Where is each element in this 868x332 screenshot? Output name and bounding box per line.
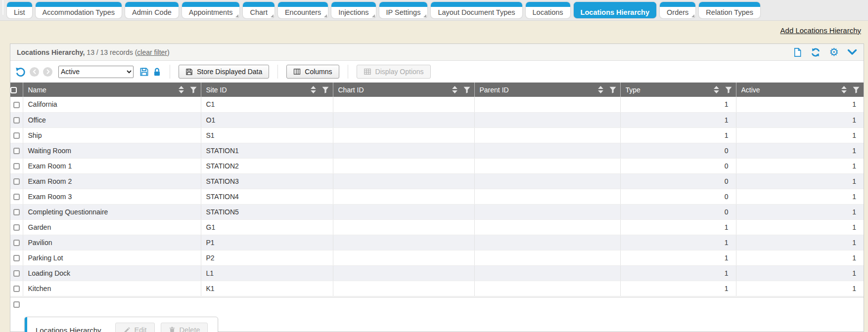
filter-funnel-icon[interactable] [463, 86, 470, 93]
filter-funnel-icon[interactable] [322, 86, 329, 93]
tab-chart[interactable]: Chart [243, 2, 274, 18]
store-displayed-data-button[interactable]: Store Displayed Data [179, 65, 269, 79]
row-checkbox[interactable] [13, 163, 20, 169]
tab-ip-settings[interactable]: IP Settings [379, 2, 428, 18]
tab-fold-icon [372, 14, 375, 17]
column-header-active[interactable]: Active [736, 83, 864, 97]
sort-icon[interactable] [179, 86, 184, 93]
tab-relation-types[interactable]: Relation Types [699, 2, 760, 18]
row-checkbox[interactable] [13, 240, 20, 246]
columns-button[interactable]: Columns [286, 65, 339, 79]
row-checkbox[interactable] [13, 194, 20, 200]
cell-parent-id [474, 97, 620, 112]
cell-type: 0 [620, 173, 736, 189]
delete-button[interactable]: Delete [161, 323, 208, 332]
cell-active: 1 [736, 112, 864, 127]
sort-icon[interactable] [841, 86, 847, 93]
cell-type: 1 [620, 219, 736, 235]
lock-icon[interactable] [153, 67, 161, 77]
tab-orders[interactable]: Orders [660, 2, 695, 18]
cell-chart-id [333, 265, 474, 281]
column-header-chart-id[interactable]: Chart ID [333, 83, 474, 97]
undo-icon[interactable] [15, 67, 26, 77]
column-header-site-id[interactable]: Site ID [201, 83, 333, 97]
store-button-label: Store Displayed Data [197, 68, 262, 76]
clear-filter-link[interactable]: clear filter [137, 48, 167, 56]
row-checkbox-cell [10, 250, 23, 265]
row-checkbox[interactable] [13, 255, 20, 261]
row-checkbox[interactable] [13, 224, 20, 231]
delete-button-label: Delete [180, 326, 200, 332]
select-all-checkbox[interactable] [10, 87, 17, 93]
cell-name: Exam Room 3 [23, 189, 201, 204]
table-row: Loading DockL111 [10, 265, 864, 281]
filter-funnel-icon[interactable] [853, 86, 860, 93]
row-checkbox[interactable] [13, 117, 20, 124]
row-checkbox-cell [10, 143, 23, 158]
row-checkbox[interactable] [13, 148, 20, 154]
edit-button[interactable]: Edit [115, 323, 155, 332]
row-checkbox[interactable] [13, 286, 20, 292]
row-checkbox[interactable] [13, 209, 20, 215]
footer-select-all-checkbox[interactable] [13, 301, 20, 308]
table-row: GardenG111 [10, 219, 864, 235]
tab-label: List [7, 7, 32, 18]
cell-site-id: STATION3 [201, 173, 333, 189]
saved-filter-select[interactable]: Active [58, 66, 134, 78]
sort-icon[interactable] [311, 86, 316, 93]
tab-label: IP Settings [379, 7, 428, 18]
page-next-button[interactable] [43, 67, 52, 77]
row-checkbox-cell [10, 127, 23, 143]
column-header-parent-id[interactable]: Parent ID [474, 83, 620, 97]
tab-appointments[interactable]: Appointments [182, 2, 240, 18]
sort-icon[interactable] [714, 86, 719, 93]
column-label: Active [741, 86, 836, 94]
tab-layout-document-types[interactable]: Layout Document Types [431, 2, 522, 18]
row-checkbox[interactable] [13, 132, 20, 139]
save-filter-icon[interactable] [139, 67, 149, 77]
cell-type: 0 [620, 204, 736, 219]
tab-locations-hierarchy[interactable]: Locations Hierarchy [574, 2, 656, 18]
add-link-row: Add Locations Hierarchy [0, 21, 868, 40]
cell-name: Kitchen [23, 281, 201, 296]
cell-active: 1 [736, 204, 864, 219]
cell-site-id: STATION4 [201, 189, 333, 204]
tab-admin-code[interactable]: Admin Code [125, 2, 179, 18]
add-locations-hierarchy-link[interactable]: Add Locations Hierarchy [780, 26, 861, 35]
cell-type: 1 [620, 112, 736, 127]
tab-accent-bar [243, 2, 274, 7]
refresh-icon[interactable] [811, 47, 821, 57]
row-checkbox[interactable] [13, 270, 20, 277]
row-checkbox-cell [10, 219, 23, 235]
column-header-name[interactable]: Name [23, 83, 201, 97]
tab-accommodation-types[interactable]: Accommodation Types [36, 2, 122, 18]
sort-icon[interactable] [598, 86, 603, 93]
toolbar-divider [348, 65, 348, 79]
column-header-type[interactable]: Type [620, 83, 736, 97]
row-checkbox[interactable] [13, 102, 20, 108]
tab-locations[interactable]: Locations [526, 2, 570, 18]
cell-chart-id [333, 219, 474, 235]
new-record-icon[interactable] [793, 47, 802, 57]
cell-site-id: G1 [201, 219, 333, 235]
filter-funnel-icon[interactable] [190, 86, 197, 93]
filter-funnel-icon[interactable] [725, 86, 732, 93]
table-row: ShipS111 [10, 127, 864, 143]
panel-title-text: Locations Hierarchy, [17, 48, 85, 56]
tab-encounters[interactable]: Encounters [278, 2, 328, 18]
cell-active: 1 [736, 250, 864, 265]
row-checkbox[interactable] [13, 178, 20, 185]
filter-funnel-icon[interactable] [609, 86, 616, 93]
settings-gear-icon[interactable]: ⚙ [829, 47, 839, 57]
page-previous-button[interactable] [30, 67, 39, 77]
table-body: CaliforniaC111OfficeO111ShipS111Waiting … [10, 97, 864, 296]
tab-accent-bar [36, 2, 122, 7]
tab-list[interactable]: List [7, 2, 32, 18]
cell-active: 1 [736, 189, 864, 204]
sort-icon[interactable] [452, 86, 457, 93]
tab-injections[interactable]: Injections [331, 2, 375, 18]
collapse-chevron-icon[interactable] [847, 49, 857, 56]
display-options-button[interactable]: Display Options [357, 65, 431, 79]
cell-chart-id [333, 158, 474, 173]
table-row: Exam Room 1STATION201 [10, 158, 864, 173]
